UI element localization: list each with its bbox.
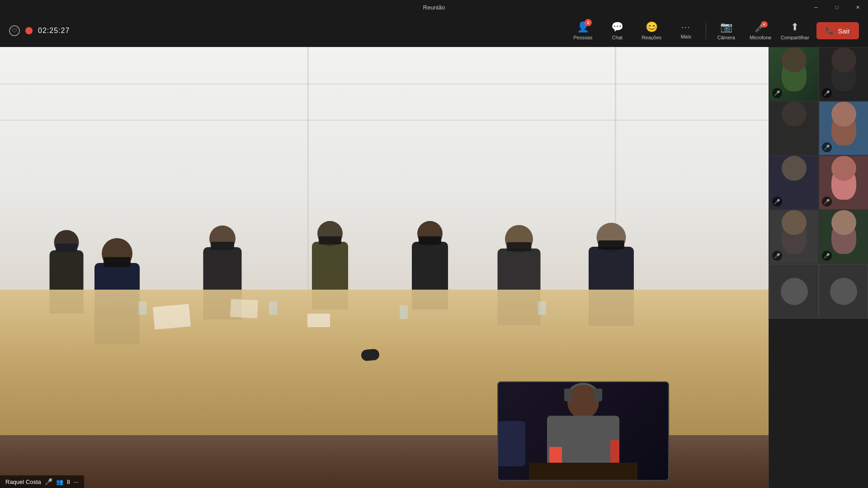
camera-button[interactable]: 📷 Câmera [710,17,742,44]
gray-avatar-9 [781,278,808,305]
glass-3 [400,305,408,319]
main-content: Raquel Costa 🎤 👥 8 ··· [0,47,868,488]
window-title: Reunião [423,4,445,11]
toolbar-left: 🛡 02:25:27 [9,25,70,36]
selfview-screen-glow [498,421,525,466]
participant-thumb-5[interactable]: 🎤 [769,155,819,210]
reacoes-label: Reações [642,35,661,40]
participant-thumb-7[interactable]: 🎤 [769,210,819,264]
leave-label: Sair [838,27,850,35]
sidebar-row-4: 🎤 🎤 [769,210,868,264]
participant-1-head [782,47,807,72]
participant-thumb-9[interactable] [769,264,819,319]
close-button[interactable]: ✕ [847,0,868,14]
record-indicator [25,27,33,34]
leave-phone-icon: 📞 [826,27,834,35]
video-info-bar: Raquel Costa 🎤 👥 8 ··· [0,475,84,488]
participant-7-head [782,210,807,235]
mic-off-icon: 🎤 [45,478,52,485]
glass-4 [538,301,546,315]
sidebar-row-5 [769,264,868,318]
participant-8-mute: 🎤 [822,251,832,261]
pessoas-button[interactable]: 👤 Pessoas 2 [566,17,599,44]
participant-5-bg: 🎤 [769,156,818,209]
minimize-button[interactable]: ─ [806,0,826,14]
participant-6-bg: 🎤 [819,156,868,209]
participant-4-head [831,102,856,127]
participant-thumb-4[interactable]: 🎤 [819,101,868,155]
participant-3-bg [769,102,818,155]
participant-8-head [831,210,856,235]
table-paper-2 [230,299,258,318]
participant-1-mute: 🎤 [772,88,782,98]
pessoas-label: Pessoas [573,35,592,40]
sidebar-row-1: 🎤 🎤 [769,47,868,101]
chat-label: Chat [612,35,623,40]
participant-1-bg: 🎤 [769,47,818,101]
toolbar-divider [706,22,706,40]
window-controls: ─ □ ✕ [806,0,868,14]
title-bar: Reunião ─ □ ✕ [0,0,868,14]
main-video: Raquel Costa 🎤 👥 8 ··· [0,47,769,488]
participant-thumb-1[interactable]: 🎤 [769,47,819,101]
participants-count-icon: 👥 [56,479,63,485]
compartilhar-button[interactable]: ⬆ Compartilhar [778,17,811,44]
reacoes-button[interactable]: 😊 Reações [635,17,668,44]
participant-thumb-3[interactable] [769,101,819,155]
maximize-button[interactable]: □ [826,0,847,14]
mais-icon: ··· [681,23,691,32]
participant-2-head [831,47,856,72]
participant-2-bg: 🎤 [819,47,868,101]
participant-5-mute: 🎤 [772,197,782,206]
compartilhar-label: Compartilhar [781,35,809,40]
participant-6-mute: 🎤 [822,197,832,206]
more-options-dots[interactable]: ··· [74,479,79,485]
sidebar-row-2: 🎤 [769,101,868,155]
participant-7-mute: 🎤 [772,251,782,261]
reacoes-icon: 😊 [646,21,658,33]
participant-3-head [782,102,807,127]
sidebar-participants: 🎤 🎤 [769,47,868,488]
camera-label: Câmera [717,35,735,40]
mais-label: Mais [681,34,691,39]
chat-button[interactable]: 💬 Chat [601,17,633,44]
participant-thumb-6[interactable]: 🎤 [819,155,868,210]
leave-button[interactable]: 📞 Sair [816,22,859,39]
call-timer: 02:25:27 [38,27,70,35]
microfone-label: Microfone [750,35,771,40]
chat-icon: 💬 [611,21,623,33]
participant-7-bg: 🎤 [769,210,818,263]
participant-name-label: Raquel Costa [5,479,41,485]
self-view-pip[interactable] [497,381,669,481]
participant-6-head [831,156,856,181]
table-paper-3 [307,314,330,327]
selfview-person [538,385,628,480]
table-device [361,348,380,361]
shield-icon: 🛡 [9,25,20,36]
participant-thumb-10[interactable] [819,264,868,319]
sidebar-row-3: 🎤 🎤 [769,155,868,210]
participant-thumb-2[interactable]: 🎤 [819,47,868,101]
table-paper-1 [153,304,191,330]
camera-icon: 📷 [720,21,732,33]
participant-2-mute: 🎤 [822,88,832,98]
glass-2 [269,301,277,315]
selfview-background [498,382,668,480]
participant-5-head [782,156,807,181]
participants-count: 8 [67,479,70,485]
glass-1 [138,301,146,315]
compartilhar-icon: ⬆ [791,21,799,33]
toolbar: 🛡 02:25:27 👤 Pessoas 2 💬 Chat 😊 Reações … [0,14,868,47]
participant-8-bg: 🎤 [819,210,868,263]
participant-4-bg: 🎤 [819,102,868,155]
gray-avatar-10 [830,278,857,305]
pessoas-badge: 2 [585,19,592,26]
microfone-button[interactable]: 🎤 ✕ Microfone [744,17,777,44]
participant-thumb-8[interactable]: 🎤 [819,210,868,264]
participant-4-mute: 🎤 [822,142,832,152]
microfone-icon: 🎤 ✕ [755,21,767,33]
mais-button[interactable]: ··· Mais [670,17,702,44]
toolbar-right: 👤 Pessoas 2 💬 Chat 😊 Reações ··· Mais 📷 … [566,17,859,44]
